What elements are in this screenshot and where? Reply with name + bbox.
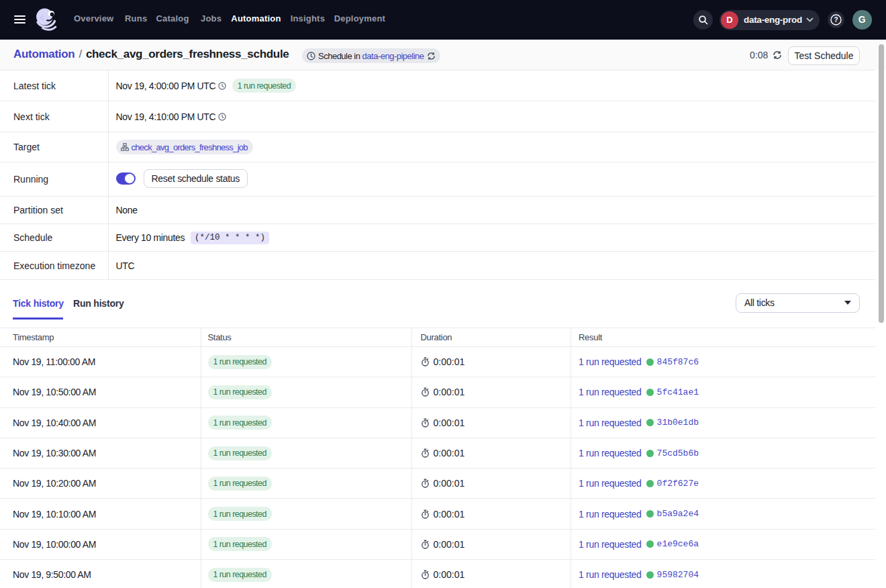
svg-text:?: ? (834, 16, 838, 23)
